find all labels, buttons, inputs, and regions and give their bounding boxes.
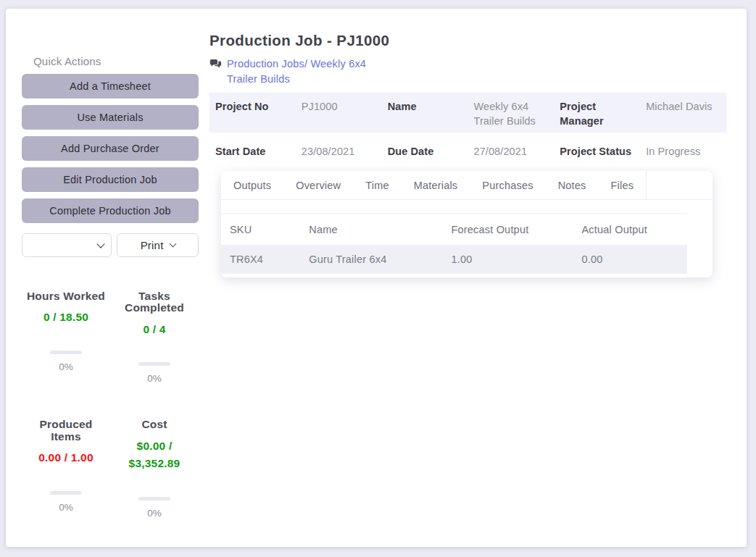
column-header-sku: SKU [221, 214, 300, 246]
detail-label: Start Date [209, 133, 296, 169]
detail-label: Project Status [554, 133, 640, 169]
stat-hours-worked: Hours Worked 0 / 18.50 0% [22, 290, 110, 384]
tab-materials[interactable]: Materials [402, 171, 470, 199]
outputs-table-header: SKU Name Forecast Output Actual Output [221, 214, 687, 246]
detail-value: Michael Davis [640, 93, 726, 133]
output-sku: TR6X4 [221, 245, 300, 274]
detail-value: 27/08/2021 [468, 133, 554, 169]
stat-label: Tasks Completed [114, 290, 195, 314]
print-button[interactable]: Print [117, 233, 199, 257]
main-card: Quick Actions Add a Timesheet Use Materi… [6, 9, 747, 547]
stat-value: $0.00 / $3,352.89 [115, 437, 194, 474]
stat-cost: Cost $0.00 / $3,352.89 0% [110, 419, 199, 519]
detail-value: Weekly 6x4 Trailer Builds [468, 93, 554, 133]
comments-icon [209, 59, 222, 72]
tab-outputs[interactable]: Outputs [221, 171, 283, 199]
detail-label: Project No [209, 93, 296, 133]
chevron-down-icon [169, 240, 176, 248]
detail-label: Due Date [382, 133, 468, 169]
report-controls: Print [22, 233, 199, 257]
outputs-table: SKU Name Forecast Output Actual Output T… [221, 213, 687, 274]
stat-label: Cost [114, 419, 195, 430]
column-header-actual-output: Actual Output [573, 214, 687, 246]
stat-percent: 0% [22, 502, 110, 513]
output-forecast-value: 1.00 [442, 245, 573, 274]
detail-label: Project Manager [554, 93, 640, 133]
progress-bar [50, 351, 82, 354]
stat-value: 0 / 4 [115, 321, 194, 339]
tab-overview[interactable]: Overview [283, 171, 353, 199]
tab-time[interactable]: Time [353, 171, 401, 199]
progress-bar [138, 362, 170, 366]
outputs-tab-content: SKU Name Forecast Output Actual Output T… [221, 200, 713, 274]
tab-bar-divider [646, 171, 647, 199]
edit-production-job-button[interactable]: Edit Production Job [22, 167, 199, 192]
complete-production-job-button[interactable]: Complete Production Job [22, 198, 199, 223]
column-header-name: Name [300, 214, 442, 246]
print-button-label: Print [141, 239, 164, 251]
progress-bar [138, 497, 170, 501]
main-content: Production Job - PJ1000 Production Jobs/… [209, 9, 747, 547]
job-details-row: Start Date 23/08/2021 Due Date 27/08/202… [209, 133, 726, 169]
sidebar: Quick Actions Add a Timesheet Use Materi… [6, 9, 209, 547]
breadcrumb: Production Jobs/ Weekly 6x4 Trailer Buil… [209, 56, 726, 87]
breadcrumb-link[interactable]: Production Jobs/ Weekly 6x4 Trailer Buil… [227, 56, 375, 87]
page-title: Production Job - PJ1000 [209, 32, 726, 49]
detail-value: In Progress [640, 133, 726, 169]
tab-files[interactable]: Files [599, 171, 647, 199]
stat-percent: 0% [110, 373, 199, 384]
stat-produced-items: Produced Items 0.00 / 1.00 0% [22, 419, 110, 519]
tab-panel: Outputs Overview Time Materials Purchase… [221, 171, 713, 277]
detail-value: PJ1000 [296, 93, 382, 133]
stat-value: 0 / 18.50 [27, 309, 105, 327]
job-details-row: Project No PJ1000 Name Weekly 6x4 Traile… [209, 93, 726, 133]
add-purchase-order-button[interactable]: Add Purchase Order [22, 136, 199, 161]
stats-grid: Hours Worked 0 / 18.50 0% Tasks Complete… [22, 290, 199, 519]
stat-tasks-completed: Tasks Completed 0 / 4 0% [110, 290, 199, 384]
detail-label: Name [382, 93, 468, 133]
tab-purchases[interactable]: Purchases [470, 171, 545, 199]
add-timesheet-button[interactable]: Add a Timesheet [22, 74, 199, 99]
tab-notes[interactable]: Notes [546, 171, 599, 199]
detail-value: 23/08/2021 [296, 133, 382, 169]
column-header-forecast-output: Forecast Output [442, 214, 573, 246]
output-name: Guru Trailer 6x4 [300, 245, 442, 274]
report-select-wrap [22, 233, 112, 257]
output-row[interactable]: TR6X4 Guru Trailer 6x4 1.00 0.00 [221, 245, 687, 274]
job-details-table: Project No PJ1000 Name Weekly 6x4 Traile… [209, 93, 726, 169]
output-actual-value: 0.00 [573, 245, 687, 274]
use-materials-button[interactable]: Use Materials [22, 105, 199, 130]
report-select[interactable] [22, 233, 112, 257]
stat-label: Hours Worked [25, 290, 107, 302]
quick-actions-title: Quick Actions [33, 55, 209, 67]
stat-percent: 0% [110, 508, 199, 519]
tab-bar: Outputs Overview Time Materials Purchase… [221, 171, 713, 200]
stat-label: Produced Items [25, 419, 107, 443]
stat-value: 0.00 / 1.00 [27, 449, 105, 467]
stat-percent: 0% [22, 361, 110, 372]
progress-bar [50, 491, 82, 495]
